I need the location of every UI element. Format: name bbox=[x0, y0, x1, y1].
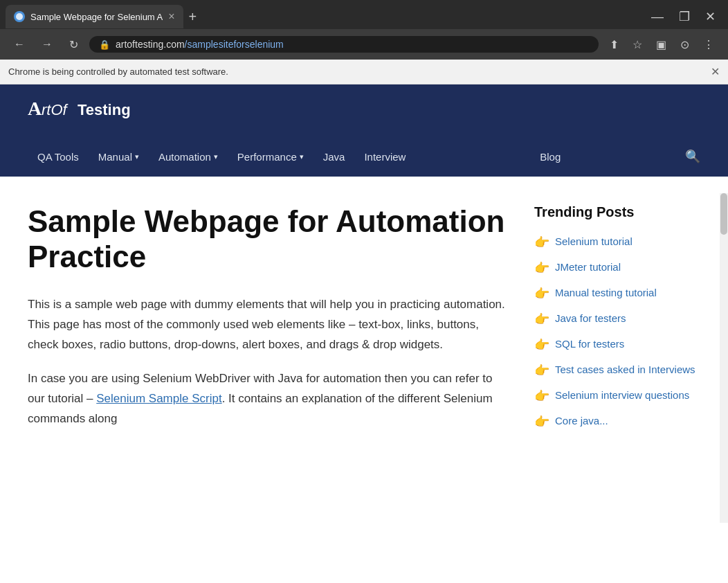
site-header: A rtOf Testing QA Tools Manual ▾ Automat… bbox=[0, 84, 728, 177]
trending-link-3[interactable]: Java for testers bbox=[555, 311, 626, 325]
list-item: 👉 JMeter tutorial bbox=[534, 260, 700, 276]
trending-link-1[interactable]: JMeter tutorial bbox=[555, 260, 621, 274]
list-item: 👉 Core java... bbox=[534, 413, 700, 429]
automation-chevron: ▾ bbox=[214, 152, 218, 161]
bookmark-button[interactable]: ☆ bbox=[627, 35, 648, 54]
tab-bar: Sample Webpage for Selenium A × + — ❐ ✕ bbox=[0, 0, 728, 29]
trending-link-5[interactable]: Test cases asked in Interviews bbox=[555, 362, 695, 377]
sidebar: Trending Posts 👉 Selenium tutorial 👉 JMe… bbox=[534, 204, 700, 495]
back-button[interactable]: ← bbox=[8, 35, 30, 53]
trending-emoji-6: 👉 bbox=[534, 388, 549, 404]
tab-title: Sample Webpage for Selenium A bbox=[30, 12, 163, 22]
toolbar-actions: ⬆ ☆ ▣ ⊙ ⋮ bbox=[604, 35, 720, 54]
list-item: 👉 Test cases asked in Interviews bbox=[534, 362, 700, 378]
article: Sample Webpage for Automation Practice T… bbox=[28, 204, 507, 495]
list-item: 👉 Selenium interview questions bbox=[534, 388, 700, 404]
trending-emoji-1: 👉 bbox=[534, 260, 549, 276]
close-tab-button[interactable]: × bbox=[168, 10, 174, 23]
tab-favicon bbox=[14, 11, 25, 22]
trending-emoji-5: 👉 bbox=[534, 363, 549, 378]
trending-link-6[interactable]: Selenium interview questions bbox=[555, 388, 689, 402]
site-logo: A rtOf Testing bbox=[0, 84, 728, 136]
nav-interview[interactable]: Interview bbox=[354, 138, 415, 175]
performance-chevron: ▾ bbox=[300, 152, 304, 161]
share-button[interactable]: ⬆ bbox=[604, 35, 624, 54]
list-item: 👉 Java for testers bbox=[534, 311, 700, 327]
reload-button[interactable]: ↻ bbox=[64, 35, 84, 54]
address-text: artoftesting.com/samplesiteforselenium bbox=[116, 39, 589, 50]
trending-link-2[interactable]: Manual testing tutorial bbox=[555, 285, 657, 300]
automation-bar: Chrome is being controlled by automated … bbox=[0, 60, 728, 84]
website: A rtOf Testing QA Tools Manual ▾ Automat… bbox=[0, 84, 728, 523]
active-tab[interactable]: Sample Webpage for Selenium A × bbox=[6, 5, 183, 28]
list-item: 👉 Selenium tutorial bbox=[534, 234, 700, 250]
nav-automation[interactable]: Automation ▾ bbox=[149, 138, 228, 175]
manual-chevron: ▾ bbox=[135, 152, 139, 161]
scrollbar-thumb[interactable] bbox=[720, 193, 727, 235]
trending-emoji-4: 👉 bbox=[534, 337, 549, 352]
scrollbar[interactable] bbox=[720, 193, 728, 523]
new-tab-button[interactable]: + bbox=[189, 9, 197, 25]
svg-text:rtOf: rtOf bbox=[42, 101, 69, 118]
trending-emoji-3: 👉 bbox=[534, 312, 549, 327]
article-paragraph-1: This is a sample web page with dummy ele… bbox=[28, 295, 507, 355]
trending-emoji-0: 👉 bbox=[534, 235, 549, 250]
forward-button[interactable]: → bbox=[36, 35, 58, 53]
automation-notice-text: Chrome is being controlled by automated … bbox=[8, 66, 228, 77]
nav-java[interactable]: Java bbox=[313, 138, 355, 175]
close-window-button[interactable]: ✕ bbox=[698, 6, 722, 27]
nav-search-icon[interactable]: 🔍 bbox=[685, 136, 700, 177]
trending-link-4[interactable]: SQL for testers bbox=[555, 337, 624, 351]
minimize-button[interactable]: — bbox=[644, 6, 671, 27]
trending-emoji-7: 👉 bbox=[534, 414, 549, 429]
trending-link-0[interactable]: Selenium tutorial bbox=[555, 234, 633, 249]
svg-text:A: A bbox=[28, 98, 42, 119]
trending-emoji-2: 👉 bbox=[534, 286, 549, 301]
article-body: This is a sample web page with dummy ele… bbox=[28, 295, 507, 429]
list-item: 👉 SQL for testers bbox=[534, 337, 700, 352]
svg-point-0 bbox=[16, 13, 23, 20]
restore-button[interactable]: ❐ bbox=[672, 6, 697, 27]
nav-qa-tools[interactable]: QA Tools bbox=[28, 138, 89, 175]
selenium-sample-script-link[interactable]: Selenium Sample Script bbox=[96, 392, 221, 405]
trending-posts-list: 👉 Selenium tutorial 👉 JMeter tutorial 👉 … bbox=[534, 234, 700, 429]
nav-performance[interactable]: Performance ▾ bbox=[228, 138, 313, 175]
main-content: Sample Webpage for Automation Practice T… bbox=[0, 177, 728, 523]
lock-icon: 🔒 bbox=[99, 39, 110, 50]
article-title: Sample Webpage for Automation Practice bbox=[28, 204, 507, 274]
nav-manual[interactable]: Manual ▾ bbox=[89, 138, 149, 175]
window-controls: — ❐ ✕ bbox=[644, 6, 722, 27]
address-bar[interactable]: 🔒 artoftesting.com/samplesiteforselenium bbox=[89, 36, 599, 53]
nav-blog[interactable]: Blog bbox=[530, 138, 570, 175]
site-nav: QA Tools Manual ▾ Automation ▾ Performan… bbox=[0, 136, 728, 177]
close-automation-button[interactable]: ✕ bbox=[711, 65, 720, 78]
trending-link-7[interactable]: Core java... bbox=[555, 413, 608, 428]
list-item: 👉 Manual testing tutorial bbox=[534, 285, 700, 301]
menu-button[interactable]: ⋮ bbox=[698, 35, 720, 54]
sidebar-toggle-button[interactable]: ▣ bbox=[650, 35, 672, 54]
logo-svg: A rtOf Testing bbox=[28, 96, 166, 120]
logo-text: A rtOf Testing bbox=[28, 104, 166, 125]
svg-text:Testing: Testing bbox=[78, 101, 131, 118]
trending-posts-title: Trending Posts bbox=[534, 204, 700, 220]
browser-chrome: Sample Webpage for Selenium A × + — ❐ ✕ … bbox=[0, 0, 728, 84]
profile-button[interactable]: ⊙ bbox=[675, 35, 695, 54]
browser-toolbar: ← → ↻ 🔒 artoftesting.com/samplesiteforse… bbox=[0, 29, 728, 60]
article-paragraph-2: In case you are using Selenium WebDriver… bbox=[28, 369, 507, 429]
